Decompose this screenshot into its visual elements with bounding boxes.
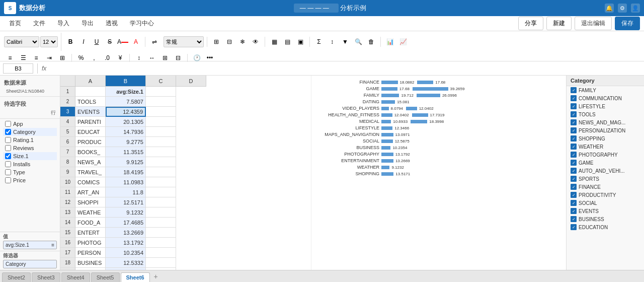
- category-checkbox[interactable]: ✓: [571, 111, 577, 117]
- field-rating[interactable]: Rating.1: [3, 136, 57, 144]
- grid-cell-a[interactable]: PRODUC: [75, 137, 106, 147]
- category-checkbox[interactable]: ✓: [571, 127, 577, 133]
- category-checkbox[interactable]: ✓: [571, 184, 577, 190]
- grid-cell-a[interactable]: ART_AN: [75, 187, 106, 197]
- insert-rows-icon[interactable]: ⊞: [210, 37, 222, 47]
- field-price[interactable]: Price: [3, 176, 57, 184]
- grid-cell-c[interactable]: [146, 147, 176, 157]
- time-icon[interactable]: 🕐: [191, 53, 203, 63]
- grid-cell-a[interactable]: PHOTOG: [75, 238, 106, 248]
- share-button[interactable]: 分享: [518, 17, 543, 30]
- category-item[interactable]: ✓LIFESTYLE: [567, 102, 644, 110]
- category-item[interactable]: ✓NEWS_AND_MAG...: [567, 118, 644, 126]
- grid-cell-c[interactable]: [146, 268, 176, 270]
- indent-icon[interactable]: ⇥: [43, 53, 55, 63]
- category-item[interactable]: ✓PHOTOGRAPHY: [567, 151, 644, 159]
- category-item[interactable]: ✓SPORTS: [567, 175, 644, 183]
- grid-cell-c[interactable]: [146, 238, 176, 248]
- menu-learn[interactable]: 学习中心: [125, 17, 159, 30]
- grid-cell-b[interactable]: 12.4359: [106, 107, 146, 117]
- row-col-btn3[interactable]: ⊟: [172, 53, 184, 63]
- insert-cols-icon[interactable]: ⊟: [223, 37, 235, 47]
- find-icon[interactable]: 🔍: [352, 37, 364, 47]
- row-height-icon[interactable]: ↕: [133, 53, 145, 63]
- row-header[interactable]: 9: [60, 167, 75, 177]
- chart-icon[interactable]: 📊: [384, 37, 396, 47]
- grid-cell-b[interactable]: 12.5332: [106, 258, 146, 268]
- field-size[interactable]: Size.1: [3, 152, 57, 160]
- row-header[interactable]: 5: [60, 127, 75, 137]
- sheet-tab-sheet4[interactable]: Sheet4: [61, 272, 90, 282]
- category-checkbox[interactable]: ✓: [571, 87, 577, 93]
- category-item[interactable]: ✓GAME: [567, 159, 644, 167]
- category-item[interactable]: ✓AUTO_AND_VEHI...: [567, 167, 644, 175]
- grid-cell-b[interactable]: 9.2775: [106, 137, 146, 147]
- row-header[interactable]: 8: [60, 157, 75, 167]
- grid-cell-c[interactable]: [146, 117, 176, 127]
- grid-cell-b[interactable]: 9.1232: [106, 207, 146, 218]
- category-checkbox[interactable]: ✓: [571, 216, 577, 222]
- grid-cell-a[interactable]: COMICS: [75, 177, 106, 187]
- row-header[interactable]: 18: [60, 258, 75, 268]
- font-color-icon[interactable]: A: [130, 37, 142, 47]
- category-checkbox[interactable]: ✓: [571, 144, 577, 150]
- menu-file[interactable]: 文件: [28, 17, 50, 30]
- hide-icon[interactable]: 👁: [250, 37, 262, 47]
- col-header-A[interactable]: A: [75, 76, 106, 87]
- number-format-select[interactable]: 常规数值: [164, 36, 204, 47]
- row-header[interactable]: 17: [60, 248, 75, 258]
- grid-cell-b[interactable]: 11.8: [106, 187, 146, 197]
- menu-import[interactable]: 导入: [52, 17, 74, 30]
- align-center-icon[interactable]: ☰: [17, 53, 29, 63]
- grid-cell-a[interactable]: BOOKS_: [75, 147, 106, 157]
- dec-precision-icon[interactable]: .0: [101, 53, 113, 63]
- grid-cell-b[interactable]: 12.5171: [106, 197, 146, 207]
- category-checkbox[interactable]: ✓: [571, 192, 577, 198]
- row-col-btn2[interactable]: ⊞: [159, 53, 171, 63]
- category-checkbox[interactable]: ✓: [571, 208, 577, 214]
- grid-cell-a[interactable]: EVENTS: [75, 107, 106, 117]
- grid-cell-a[interactable]: [75, 87, 106, 97]
- filter-icon[interactable]: ▼: [339, 37, 351, 47]
- grid-cell-b[interactable]: 14.7936: [106, 127, 146, 137]
- grid-cell-c[interactable]: [146, 107, 176, 117]
- row-header[interactable]: 19: [60, 268, 75, 270]
- formula-input[interactable]: 12.4359: [48, 63, 641, 74]
- grid-cell-a[interactable]: TOOLS: [75, 97, 106, 107]
- category-item[interactable]: ✓TOOLS: [567, 110, 644, 118]
- col-header-B[interactable]: B: [106, 76, 146, 87]
- category-item[interactable]: ✓COMMUNICATION: [567, 94, 644, 102]
- notification-icon[interactable]: 🔔: [605, 4, 614, 13]
- exit-edit-button[interactable]: 退出编辑: [575, 17, 612, 30]
- chart-icon2[interactable]: 📈: [397, 37, 409, 47]
- col-header-C[interactable]: C: [146, 76, 176, 87]
- strikethrough-icon[interactable]: S: [104, 37, 116, 47]
- cell-reference-input[interactable]: B3: [3, 63, 33, 74]
- category-item[interactable]: ✓EVENTS: [567, 207, 644, 215]
- grid-cell-c[interactable]: [146, 177, 176, 187]
- underline-icon[interactable]: U: [91, 37, 103, 47]
- grid-cell-a[interactable]: NEWS_A: [75, 157, 106, 167]
- category-item[interactable]: ✓PERSONALIZATION: [567, 126, 644, 134]
- freeze-icon[interactable]: ❄: [236, 37, 249, 47]
- grid-cell-b[interactable]: 18.4195: [106, 167, 146, 177]
- grid-cell-c[interactable]: [146, 157, 176, 167]
- align-right-icon[interactable]: ≡: [30, 53, 42, 63]
- font-size-select[interactable]: 12: [40, 36, 58, 47]
- percent-icon[interactable]: %: [75, 53, 87, 63]
- category-checkbox[interactable]: ✓: [571, 119, 577, 125]
- menu-pivot[interactable]: 透视: [101, 17, 123, 30]
- grid-cell-b[interactable]: 12.5875: [106, 268, 146, 270]
- row-header[interactable]: 16: [60, 238, 75, 248]
- sheet-tab-sheet2[interactable]: Sheet2: [2, 272, 31, 282]
- category-item[interactable]: ✓BUSINESS: [567, 215, 644, 223]
- grid-cell-b[interactable]: avg:Size.1: [106, 87, 146, 97]
- add-sheet-button[interactable]: +: [151, 271, 161, 282]
- category-checkbox[interactable]: ✓: [571, 160, 577, 166]
- row-header[interactable]: 1: [60, 87, 75, 97]
- grid-cell-c[interactable]: [146, 218, 176, 228]
- sheet-tab-sheet5[interactable]: Sheet5: [91, 272, 120, 282]
- row-header[interactable]: 12: [60, 197, 75, 207]
- conditional-icon3[interactable]: ▣: [294, 37, 306, 47]
- menu-home[interactable]: 首页: [4, 17, 26, 30]
